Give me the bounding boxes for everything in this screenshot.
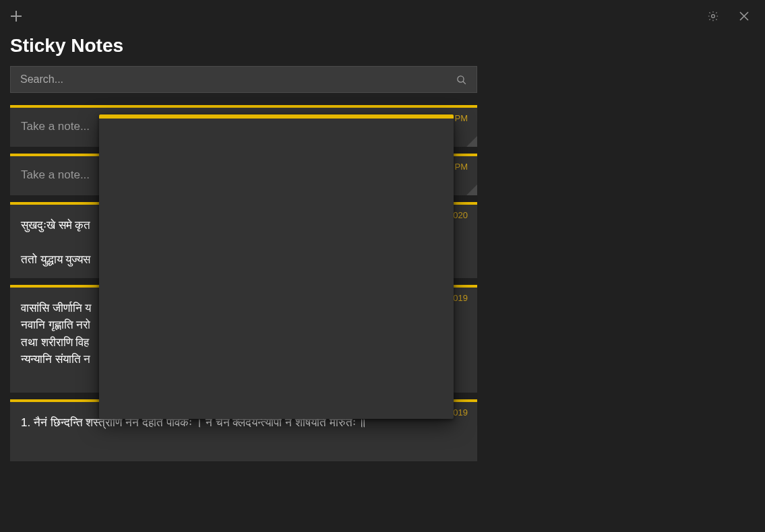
settings-button[interactable] bbox=[698, 5, 729, 27]
note-corner-fold-icon bbox=[466, 185, 477, 195]
app-window: Sticky Notes 5 PM Take a note... 4 PM Ta… bbox=[0, 0, 765, 532]
search-input[interactable] bbox=[20, 73, 456, 86]
svg-line-2 bbox=[463, 81, 466, 84]
svg-point-1 bbox=[458, 75, 464, 81]
plus-icon bbox=[11, 11, 22, 22]
note-corner-fold-icon bbox=[466, 136, 477, 147]
gear-icon bbox=[707, 10, 719, 22]
new-note-button[interactable] bbox=[5, 5, 27, 27]
svg-point-0 bbox=[712, 15, 715, 18]
search-icon bbox=[456, 74, 467, 86]
close-icon bbox=[739, 11, 749, 21]
close-button[interactable] bbox=[729, 5, 760, 27]
page-title: Sticky Notes bbox=[10, 35, 477, 57]
open-note-window[interactable] bbox=[99, 114, 454, 419]
search-bar[interactable] bbox=[10, 66, 477, 93]
titlebar bbox=[0, 0, 765, 32]
